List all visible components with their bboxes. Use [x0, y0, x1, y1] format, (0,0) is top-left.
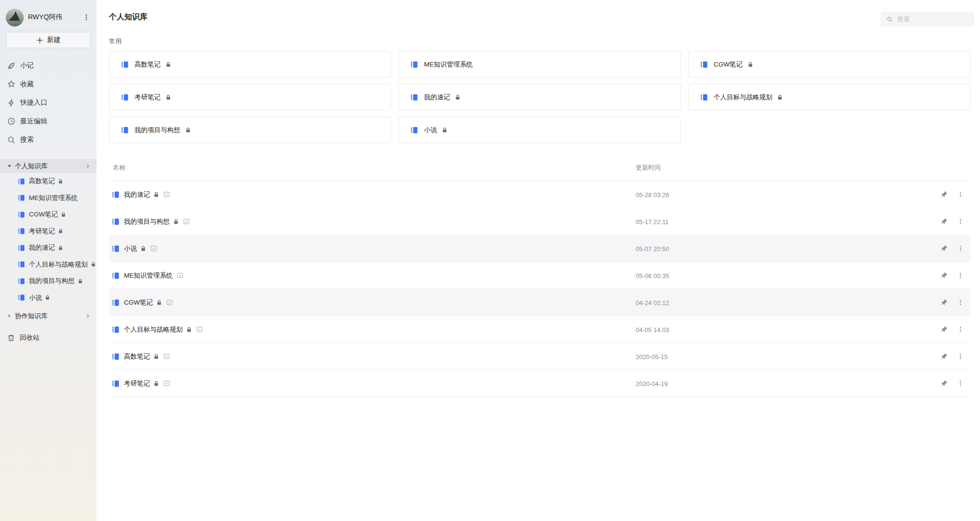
new-button-label: 新建 [47, 36, 61, 44]
chevron-right-icon[interactable] [85, 164, 90, 169]
sidebar-tree: 个人知识库 高数笔记 ME知识管理系统 CGW笔记 [0, 159, 96, 345]
check-badge-icon [166, 299, 173, 306]
notebook-icon [112, 191, 120, 199]
pin-button[interactable] [939, 298, 948, 307]
notebook-label: 个人目标与战略规划 [29, 260, 88, 269]
search-input[interactable] [897, 15, 969, 23]
notebook-label: 小说 [29, 294, 42, 302]
lock-icon [156, 300, 162, 306]
table-row[interactable]: CGW笔记 04-24 02:12 [109, 289, 970, 316]
row-updated-time: 05-06 00:35 [636, 272, 669, 279]
row-name: 我的项目与构想 [124, 217, 170, 226]
search-icon [7, 136, 15, 144]
notebook-icon [112, 245, 120, 253]
notebook-card[interactable]: CGW笔记 [688, 51, 970, 78]
row-menu-button[interactable] [956, 244, 965, 253]
sidebar-notebook-item[interactable]: CGW笔记 [0, 206, 96, 223]
pin-button[interactable] [939, 379, 948, 388]
row-menu-button[interactable] [956, 325, 965, 334]
caret-down-icon [7, 164, 12, 168]
card-label: CGW笔记 [714, 60, 743, 69]
sidebar-item-recent[interactable]: 最近编辑 [0, 112, 96, 131]
notebook-icon [112, 353, 120, 361]
notebook-icon [121, 61, 129, 68]
notebook-card[interactable]: 我的速记 [398, 84, 681, 110]
notebook-label: 我的速记 [29, 243, 55, 252]
column-header-time: 更新时间 [636, 163, 661, 172]
table-row[interactable]: 考研笔记 2020-04-19 [109, 370, 970, 397]
lightning-icon [7, 99, 15, 107]
row-name-cell: ME知识管理系统 [112, 262, 183, 289]
check-badge-icon [163, 191, 170, 198]
sidebar-item-notes[interactable]: 小记 [0, 56, 96, 75]
clock-icon [7, 117, 15, 125]
row-menu-button[interactable] [956, 298, 965, 307]
row-updated-time: 05-07 20:50 [636, 245, 669, 252]
notebook-card[interactable]: 小说 [398, 117, 681, 143]
notebook-label: 高数笔记 [29, 177, 55, 186]
tree-parent-label: 协作知识库 [15, 312, 85, 321]
row-name: ME知识管理系统 [124, 271, 173, 280]
pin-button[interactable] [939, 217, 948, 226]
sidebar-notebook-item[interactable]: ME知识管理系统 [0, 190, 96, 207]
row-menu-button[interactable] [956, 190, 965, 199]
sidebar-item-collab-kb[interactable]: 协作知识库 [0, 309, 96, 323]
notebook-card[interactable]: 高数笔记 [109, 51, 391, 78]
lock-icon [777, 94, 783, 100]
sidebar-notebook-item[interactable]: 高数笔记 [0, 173, 96, 190]
pin-button[interactable] [939, 271, 948, 280]
card-label: 我的速记 [424, 93, 450, 102]
table-row[interactable]: 高数笔记 2020-05-15 [109, 343, 970, 370]
sidebar-item-label: 回收站 [20, 334, 40, 342]
row-menu-button[interactable] [956, 271, 965, 280]
pin-button[interactable] [939, 244, 948, 253]
lock-icon [748, 62, 753, 67]
row-menu-button[interactable] [956, 217, 965, 226]
row-updated-time: 04-05 14:03 [636, 326, 669, 333]
pin-button[interactable] [939, 352, 948, 361]
table-row[interactable]: 个人目标与战略规划 04-05 14:03 [109, 316, 970, 343]
notebook-card[interactable]: 考研笔记 [109, 84, 391, 110]
sidebar-item-search[interactable]: 搜索 [0, 131, 96, 149]
notebook-table: 名称 更新时间 我的速记 05-28 03:26 我的项目与构想 [109, 157, 970, 397]
user-profile[interactable]: RWYQ阿伟 [6, 8, 92, 27]
row-menu-button[interactable] [956, 379, 965, 388]
chevron-right-icon[interactable] [85, 314, 90, 319]
notebook-card[interactable]: 个人目标与战略规划 [688, 84, 970, 110]
notebook-icon [700, 61, 708, 68]
notebook-icon [112, 299, 120, 307]
sidebar-item-trash[interactable]: 回收站 [0, 331, 96, 345]
pin-button[interactable] [939, 325, 948, 334]
check-badge-icon [163, 353, 170, 360]
row-name: CGW笔记 [124, 298, 153, 307]
search-box[interactable] [881, 12, 974, 27]
lock-icon [186, 327, 192, 333]
sidebar-notebook-item[interactable]: 我的项目与构想 [0, 273, 96, 290]
notebook-card[interactable]: ME知识管理系统 [398, 51, 681, 78]
sidebar-notebook-item[interactable]: 我的速记 [0, 240, 96, 256]
row-name: 小说 [124, 244, 137, 253]
kebab-vertical-icon [83, 14, 90, 21]
new-button[interactable]: 新建 [6, 32, 91, 48]
table-row[interactable]: 我的速记 05-28 03:26 [109, 181, 970, 208]
table-row[interactable]: 我的项目与构想 05-17 22:11 [109, 208, 970, 235]
sidebar-notebook-item[interactable]: 个人目标与战略规划 [0, 256, 96, 273]
avatar[interactable] [6, 9, 24, 27]
row-menu-button[interactable] [956, 352, 965, 361]
sidebar-notebook-item[interactable]: 考研笔记 [0, 223, 96, 240]
sidebar-item-favorites[interactable]: 收藏 [0, 75, 96, 94]
main-content: 个人知识库 常用 高数笔记 ME知识管理系统 CGW笔记 [96, 0, 980, 521]
notebook-label: 考研笔记 [29, 227, 55, 236]
sidebar-item-personal-kb[interactable]: 个人知识库 [0, 159, 96, 173]
table-row[interactable]: 小说 05-07 20:50 [109, 235, 970, 262]
pin-button[interactable] [939, 190, 948, 199]
row-name: 我的速记 [124, 190, 150, 199]
user-menu-button[interactable] [81, 12, 92, 23]
trash-icon [7, 334, 15, 342]
sidebar-item-quick-access[interactable]: 快捷入口 [0, 94, 96, 112]
table-row[interactable]: ME知识管理系统 05-06 00:35 [109, 262, 970, 289]
notebook-card[interactable]: 我的项目与构想 [109, 117, 391, 143]
sidebar-notebook-item[interactable]: 小说 [0, 290, 96, 307]
table-header: 名称 更新时间 [109, 157, 970, 181]
lock-icon [140, 246, 146, 252]
